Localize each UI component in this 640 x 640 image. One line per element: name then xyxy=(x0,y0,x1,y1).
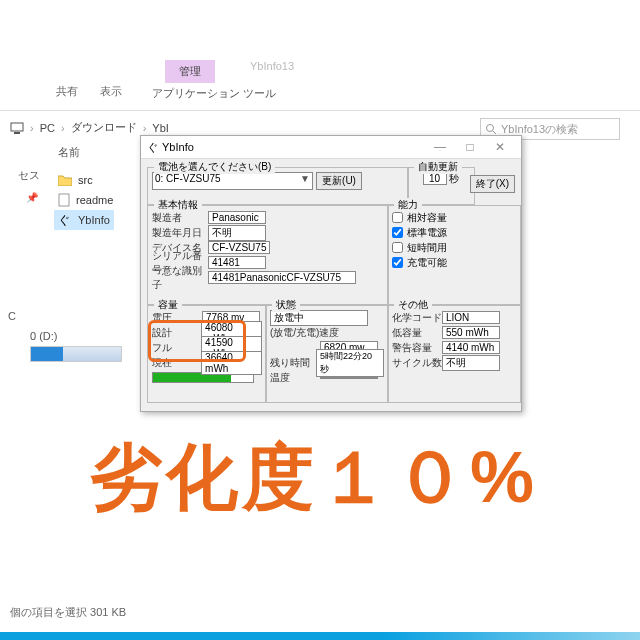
svg-rect-1 xyxy=(14,132,20,134)
ybinfo-dialog: ぐ YbInfo — □ ✕ 電池を選んでください(B) 0: CF-VZSU7… xyxy=(140,135,522,412)
ribbon-apptools-tab[interactable]: 管理 xyxy=(165,60,215,83)
svg-rect-4 xyxy=(59,194,69,206)
svg-rect-0 xyxy=(11,123,23,131)
breadcrumb[interactable]: › PC › ダウンロード › YbI xyxy=(10,120,169,135)
file-list: src readme ぐ YbInfo xyxy=(58,170,114,230)
current-capacity-value: 36640 mWh xyxy=(201,351,262,375)
list-item-selected[interactable]: ぐ YbInfo xyxy=(54,210,114,230)
taskbar-strip xyxy=(0,632,640,640)
sidebar-drive[interactable]: 0 (D:) xyxy=(30,330,58,342)
temp-value xyxy=(320,377,378,379)
list-item[interactable]: readme xyxy=(58,190,114,210)
serial-value: 41481 xyxy=(208,256,266,269)
degradation-overlay: 劣化度１０% xyxy=(90,430,538,526)
status-group: 状態 放電中 (放電/充電)速度 6820 mw 残り時間5時間22分20秒 温… xyxy=(265,305,389,403)
svg-text:ぐ: ぐ xyxy=(58,214,70,226)
short-time-check[interactable]: 短時間用 xyxy=(392,240,516,255)
rechargeable-check[interactable]: 充電可能 xyxy=(392,255,516,270)
search-icon xyxy=(485,123,497,135)
quick-access-label: セス xyxy=(18,168,40,183)
basic-info-group: 基本情報 製造者Panasonic 製造年月日不明 デバイス名CF-VZSU75… xyxy=(147,205,389,305)
standard-power-check[interactable]: 標準電源 xyxy=(392,225,516,240)
dialog-title: YbInfo xyxy=(162,141,194,153)
svg-line-3 xyxy=(493,131,496,134)
remaining-time-value: 5時間22分20秒 xyxy=(316,349,384,377)
warn-capacity-value: 4140 mWh xyxy=(442,341,500,354)
pc-icon xyxy=(10,121,24,135)
update-button[interactable]: 更新(U) xyxy=(316,172,362,190)
sidebar-pc[interactable]: C xyxy=(8,310,16,322)
uid-value: 41481PanasonicCF-VZSU75 xyxy=(208,271,356,284)
crumb-pc[interactable]: PC xyxy=(40,122,55,134)
crumb-folder[interactable]: YbI xyxy=(152,122,169,134)
chem-value: LION xyxy=(442,311,500,324)
ribbon-faded: YbInfo13 xyxy=(250,60,294,72)
list-item[interactable]: src xyxy=(58,170,114,190)
column-header-name[interactable]: 名前 xyxy=(58,145,80,160)
ribbon-apptools-sublabel: アプリケーション ツール xyxy=(152,86,276,101)
device-name-value: CF-VZSU75 xyxy=(208,241,270,254)
file-icon xyxy=(58,193,70,207)
mfg-date-value: 不明 xyxy=(208,225,266,241)
manufacturer-value: Panasonic xyxy=(208,211,266,224)
exit-button[interactable]: 終了(X) xyxy=(470,175,515,193)
drive-usage-bar xyxy=(30,346,122,362)
pin-icon: 📌 xyxy=(26,192,38,203)
close-button[interactable]: ✕ xyxy=(485,140,515,154)
ribbon-share[interactable]: 共有 xyxy=(50,80,84,103)
ribbon-view[interactable]: 表示 xyxy=(94,80,128,103)
folder-icon xyxy=(58,174,72,186)
maximize-button[interactable]: □ xyxy=(455,140,485,154)
battery-combo[interactable]: 0: CF-VZSU75 xyxy=(152,172,313,190)
capacity-group: 容量 電圧7768 mv 設計46080 mWh フル41590 mWh 現在3… xyxy=(147,305,267,403)
minimize-button[interactable]: — xyxy=(425,140,455,154)
app-icon: ぐ xyxy=(58,214,72,226)
status-bar: 個の項目を選択 301 KB xyxy=(0,605,126,620)
svg-point-2 xyxy=(487,125,494,132)
relative-capacity-check[interactable]: 相対容量 xyxy=(392,210,516,225)
low-capacity-value: 550 mWh xyxy=(442,326,500,339)
app-icon: ぐ xyxy=(147,140,158,155)
other-group: その他 化学コードLION 低容量550 mWh 警告容量4140 mWh サイ… xyxy=(387,305,521,403)
crumb-downloads[interactable]: ダウンロード xyxy=(71,120,137,135)
capability-group: 能力 相対容量 標準電源 短時間用 充電可能 xyxy=(387,205,521,305)
dialog-titlebar[interactable]: ぐ YbInfo — □ ✕ xyxy=(141,136,521,159)
cycle-value: 不明 xyxy=(442,355,500,371)
